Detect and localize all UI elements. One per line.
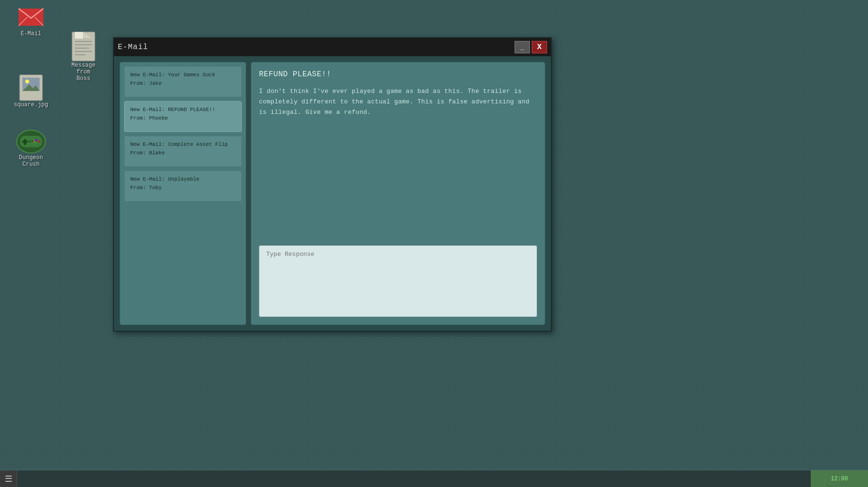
svg-point-18 [35,139,38,142]
email-response-area[interactable] [259,245,537,317]
dungeon-crush-icon [15,129,47,154]
email-item-from-0: From: Jake [130,81,236,86]
window-titlebar: E-Mail _ X [114,38,551,56]
minimize-button[interactable]: _ [515,41,530,53]
square-jpg-icon [19,74,43,101]
email-icon-label: E-Mail [21,30,41,37]
taskbar-clock: 12:00 [811,470,868,487]
email-window: E-Mail _ X New E-Mail: Your Games Suck F… [113,37,552,332]
email-item-3[interactable]: New E-Mail: Unplayable From: Toby [124,171,242,202]
email-subject-display: REFUND PLEASE!! [259,70,537,79]
svg-point-19 [38,140,41,143]
email-list-panel: New E-Mail: Your Games Suck From: Jake N… [120,62,246,325]
window-content: New E-Mail: Your Games Suck From: Jake N… [114,56,551,331]
desktop-icon-email[interactable]: E-Mail [10,4,52,37]
email-item-0[interactable]: New E-Mail: Your Games Suck From: Jake [124,66,242,97]
svg-rect-23 [31,141,33,142]
email-item-from-1: From: Phoebe [130,115,236,121]
email-item-subject-1: New E-Mail: REFUND PLEASE!! [130,106,236,113]
email-icon [18,4,44,30]
taskbar-start-button[interactable]: ☰ [0,470,17,487]
desktop-icon-dungeon[interactable]: Dungeon Crush [10,129,52,168]
svg-rect-22 [29,141,31,142]
svg-rect-17 [22,141,28,143]
window-title: E-Mail [118,43,148,51]
close-button[interactable]: X [532,41,547,53]
square-jpg-icon-label: square.jpg [14,101,48,108]
svg-rect-4 [75,32,83,39]
email-item-subject-2: New E-Mail: Complete Asset Flip [130,141,236,148]
window-controls: _ X [515,41,547,53]
email-view-panel: REFUND PLEASE!! I don't think I've ever … [251,62,545,325]
email-item-1[interactable]: New E-Mail: REFUND PLEASE!! From: Phoebe [124,101,242,132]
dungeon-crush-icon-label: Dungeon Crush [19,154,43,168]
email-response-textarea[interactable] [259,246,537,316]
message-boss-icon [71,31,96,62]
email-item-subject-3: New E-Mail: Unplayable [130,176,236,183]
taskbar: ☰ 12:00 [0,470,868,487]
desktop-icon-square[interactable]: square.jpg [10,74,52,108]
message-boss-icon-label: Message from Boss [72,62,95,82]
email-item-subject-0: New E-Mail: Your Games Suck [130,71,236,79]
email-item-2[interactable]: New E-Mail: Complete Asset Flip From: Bl… [124,136,242,167]
svg-point-13 [25,80,29,83]
email-item-from-3: From: Toby [130,185,236,191]
desktop-icon-message-boss[interactable]: Message from Boss [62,31,105,82]
email-item-from-2: From: Blake [130,150,236,156]
svg-point-20 [35,142,38,144]
email-body-display: I don't think I've ever played a game as… [259,86,537,238]
